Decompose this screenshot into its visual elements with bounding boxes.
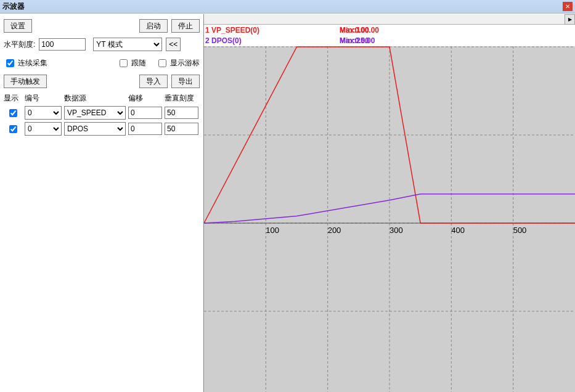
channel-offset-input[interactable] [128,107,162,119]
main-area: 设置 启动 停止 水平刻度: YT 模式 << 连续采集 跟随 [0,14,575,392]
stop-button[interactable]: 停止 [171,19,200,33]
channel-source-select[interactable]: DPOS [64,122,126,136]
col-vscale: 垂直刻度 [165,93,198,104]
import-button[interactable]: 导入 [139,75,168,88]
show-cursor-label: 显示游标 [170,58,200,68]
series2-min: Min:0.00 [272,36,340,45]
channel-index-select[interactable]: 0 [25,106,62,120]
series2-name: 2 DPOS(0) [204,36,272,45]
collapse-button[interactable]: << [166,38,181,51]
scroll-right-icon[interactable]: ▶ [565,14,575,25]
channel-show-check[interactable] [9,125,17,133]
svg-text:400: 400 [451,226,465,235]
series1-name: 1 VP_SPEED(0) [204,26,272,35]
channel-row: 0 DPOS [4,122,200,136]
follow-check-input[interactable] [120,59,128,67]
continuous-label: 连续采集 [18,58,47,68]
mode-select[interactable]: YT 模式 [93,38,162,51]
channel-source-select[interactable]: VP_SPEED [64,106,126,120]
control-panel: 设置 启动 停止 水平刻度: YT 模式 << 连续采集 跟随 [0,14,203,392]
h-scale-input[interactable] [39,38,86,51]
show-cursor-check-input[interactable] [158,59,166,67]
col-offset: 偏移 [128,93,162,104]
continuous-checkbox[interactable]: 连续采集 [4,57,47,69]
continuous-check-input[interactable] [6,59,14,67]
oscilloscope-chart[interactable]: 100200300400500 [204,25,575,392]
settings-button[interactable]: 设置 [4,19,32,33]
col-index: 编号 [25,93,62,104]
channel-offset-input[interactable] [128,123,162,135]
series1-max: Max:100.00 [340,26,398,35]
series1-min: Min:0.00 [272,26,340,35]
series2-max: Max:25.00 [340,36,398,45]
channel-vscale-input[interactable] [165,107,198,119]
channel-row: 0 VP_SPEED [4,106,200,120]
channel-vscale-input[interactable] [165,123,198,135]
follow-checkbox[interactable]: 跟随 [117,57,146,69]
window-title: 示波器 [2,1,25,12]
svg-text:100: 100 [266,226,279,235]
svg-text:300: 300 [389,226,403,235]
window-titlebar: 示波器 ✕ [0,0,575,14]
svg-text:200: 200 [328,226,341,235]
show-cursor-checkbox[interactable]: 显示游标 [156,57,200,69]
svg-text:500: 500 [513,226,527,235]
col-source: 数据源 [64,93,126,104]
close-icon[interactable]: ✕ [563,2,573,11]
start-button[interactable]: 启动 [139,19,168,33]
manual-trigger-button[interactable]: 手动触发 [4,75,47,88]
chart-legend: 1 VP_SPEED(0) Min:0.00 Max:100.00 2 DPOS… [204,25,398,46]
channel-table-header: 显示 编号 数据源 偏移 垂直刻度 [4,93,200,104]
channel-index-select[interactable]: 0 [25,122,62,136]
channel-show-check[interactable] [9,109,17,117]
h-scale-label: 水平刻度: [4,39,35,50]
follow-label: 跟随 [131,58,146,68]
horizontal-scrollbar[interactable]: ▶ [204,14,575,25]
export-button[interactable]: 导出 [171,75,200,88]
col-show: 显示 [4,93,22,104]
plot-panel: ▶ 100200300400500 1 VP_SPEED(0) Min:0.00… [203,14,575,392]
